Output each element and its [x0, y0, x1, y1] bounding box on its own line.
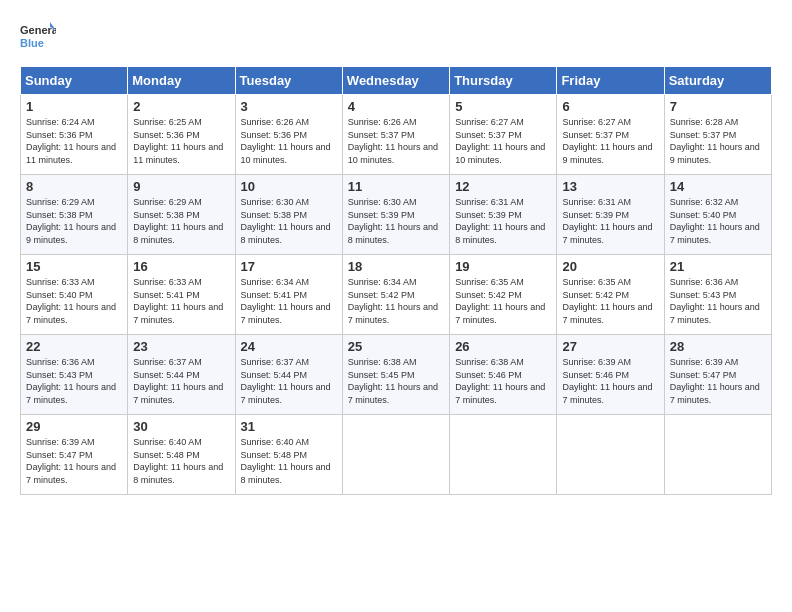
- calendar-day-header: Tuesday: [235, 67, 342, 95]
- day-number: 28: [670, 339, 766, 354]
- day-number: 7: [670, 99, 766, 114]
- calendar-header-row: SundayMondayTuesdayWednesdayThursdayFrid…: [21, 67, 772, 95]
- day-info: Sunrise: 6:39 AM Sunset: 5:47 PM Dayligh…: [26, 436, 122, 486]
- day-number: 9: [133, 179, 229, 194]
- calendar-week-row: 8 Sunrise: 6:29 AM Sunset: 5:38 PM Dayli…: [21, 175, 772, 255]
- calendar-cell: 12 Sunrise: 6:31 AM Sunset: 5:39 PM Dayl…: [450, 175, 557, 255]
- calendar-cell: 18 Sunrise: 6:34 AM Sunset: 5:42 PM Dayl…: [342, 255, 449, 335]
- calendar-cell: 19 Sunrise: 6:35 AM Sunset: 5:42 PM Dayl…: [450, 255, 557, 335]
- day-number: 1: [26, 99, 122, 114]
- calendar-cell: 15 Sunrise: 6:33 AM Sunset: 5:40 PM Dayl…: [21, 255, 128, 335]
- day-info: Sunrise: 6:37 AM Sunset: 5:44 PM Dayligh…: [241, 356, 337, 406]
- calendar-cell: 9 Sunrise: 6:29 AM Sunset: 5:38 PM Dayli…: [128, 175, 235, 255]
- calendar-cell: [664, 415, 771, 495]
- calendar-cell: 10 Sunrise: 6:30 AM Sunset: 5:38 PM Dayl…: [235, 175, 342, 255]
- calendar-day-header: Wednesday: [342, 67, 449, 95]
- day-info: Sunrise: 6:25 AM Sunset: 5:36 PM Dayligh…: [133, 116, 229, 166]
- calendar-cell: 29 Sunrise: 6:39 AM Sunset: 5:47 PM Dayl…: [21, 415, 128, 495]
- calendar-cell: [342, 415, 449, 495]
- calendar-cell: 23 Sunrise: 6:37 AM Sunset: 5:44 PM Dayl…: [128, 335, 235, 415]
- day-info: Sunrise: 6:40 AM Sunset: 5:48 PM Dayligh…: [241, 436, 337, 486]
- calendar-week-row: 1 Sunrise: 6:24 AM Sunset: 5:36 PM Dayli…: [21, 95, 772, 175]
- day-info: Sunrise: 6:35 AM Sunset: 5:42 PM Dayligh…: [455, 276, 551, 326]
- calendar-week-row: 29 Sunrise: 6:39 AM Sunset: 5:47 PM Dayl…: [21, 415, 772, 495]
- calendar-cell: 28 Sunrise: 6:39 AM Sunset: 5:47 PM Dayl…: [664, 335, 771, 415]
- day-number: 25: [348, 339, 444, 354]
- calendar-day-header: Sunday: [21, 67, 128, 95]
- day-info: Sunrise: 6:33 AM Sunset: 5:40 PM Dayligh…: [26, 276, 122, 326]
- day-info: Sunrise: 6:27 AM Sunset: 5:37 PM Dayligh…: [562, 116, 658, 166]
- day-number: 21: [670, 259, 766, 274]
- calendar-week-row: 15 Sunrise: 6:33 AM Sunset: 5:40 PM Dayl…: [21, 255, 772, 335]
- calendar-cell: 3 Sunrise: 6:26 AM Sunset: 5:36 PM Dayli…: [235, 95, 342, 175]
- calendar-cell: 17 Sunrise: 6:34 AM Sunset: 5:41 PM Dayl…: [235, 255, 342, 335]
- day-number: 10: [241, 179, 337, 194]
- day-info: Sunrise: 6:27 AM Sunset: 5:37 PM Dayligh…: [455, 116, 551, 166]
- calendar-cell: 8 Sunrise: 6:29 AM Sunset: 5:38 PM Dayli…: [21, 175, 128, 255]
- day-info: Sunrise: 6:34 AM Sunset: 5:42 PM Dayligh…: [348, 276, 444, 326]
- calendar-cell: 16 Sunrise: 6:33 AM Sunset: 5:41 PM Dayl…: [128, 255, 235, 335]
- day-number: 22: [26, 339, 122, 354]
- day-number: 18: [348, 259, 444, 274]
- calendar-cell: 7 Sunrise: 6:28 AM Sunset: 5:37 PM Dayli…: [664, 95, 771, 175]
- day-info: Sunrise: 6:33 AM Sunset: 5:41 PM Dayligh…: [133, 276, 229, 326]
- calendar-cell: 13 Sunrise: 6:31 AM Sunset: 5:39 PM Dayl…: [557, 175, 664, 255]
- day-number: 12: [455, 179, 551, 194]
- day-number: 15: [26, 259, 122, 274]
- calendar-week-row: 22 Sunrise: 6:36 AM Sunset: 5:43 PM Dayl…: [21, 335, 772, 415]
- calendar-cell: 24 Sunrise: 6:37 AM Sunset: 5:44 PM Dayl…: [235, 335, 342, 415]
- day-info: Sunrise: 6:40 AM Sunset: 5:48 PM Dayligh…: [133, 436, 229, 486]
- calendar-table: SundayMondayTuesdayWednesdayThursdayFrid…: [20, 66, 772, 495]
- day-info: Sunrise: 6:28 AM Sunset: 5:37 PM Dayligh…: [670, 116, 766, 166]
- calendar-day-header: Saturday: [664, 67, 771, 95]
- day-number: 13: [562, 179, 658, 194]
- calendar-cell: 4 Sunrise: 6:26 AM Sunset: 5:37 PM Dayli…: [342, 95, 449, 175]
- day-info: Sunrise: 6:37 AM Sunset: 5:44 PM Dayligh…: [133, 356, 229, 406]
- calendar-cell: 11 Sunrise: 6:30 AM Sunset: 5:39 PM Dayl…: [342, 175, 449, 255]
- day-info: Sunrise: 6:26 AM Sunset: 5:36 PM Dayligh…: [241, 116, 337, 166]
- day-info: Sunrise: 6:24 AM Sunset: 5:36 PM Dayligh…: [26, 116, 122, 166]
- day-number: 11: [348, 179, 444, 194]
- calendar-cell: 21 Sunrise: 6:36 AM Sunset: 5:43 PM Dayl…: [664, 255, 771, 335]
- day-info: Sunrise: 6:36 AM Sunset: 5:43 PM Dayligh…: [26, 356, 122, 406]
- calendar-cell: 30 Sunrise: 6:40 AM Sunset: 5:48 PM Dayl…: [128, 415, 235, 495]
- calendar-cell: 25 Sunrise: 6:38 AM Sunset: 5:45 PM Dayl…: [342, 335, 449, 415]
- svg-text:Blue: Blue: [20, 37, 44, 49]
- day-info: Sunrise: 6:30 AM Sunset: 5:38 PM Dayligh…: [241, 196, 337, 246]
- day-info: Sunrise: 6:31 AM Sunset: 5:39 PM Dayligh…: [455, 196, 551, 246]
- day-number: 19: [455, 259, 551, 274]
- day-number: 5: [455, 99, 551, 114]
- day-number: 4: [348, 99, 444, 114]
- calendar-day-header: Monday: [128, 67, 235, 95]
- day-number: 8: [26, 179, 122, 194]
- day-number: 26: [455, 339, 551, 354]
- day-number: 30: [133, 419, 229, 434]
- calendar-cell: 2 Sunrise: 6:25 AM Sunset: 5:36 PM Dayli…: [128, 95, 235, 175]
- calendar-day-header: Friday: [557, 67, 664, 95]
- calendar-cell: 22 Sunrise: 6:36 AM Sunset: 5:43 PM Dayl…: [21, 335, 128, 415]
- day-info: Sunrise: 6:38 AM Sunset: 5:46 PM Dayligh…: [455, 356, 551, 406]
- calendar-cell: 6 Sunrise: 6:27 AM Sunset: 5:37 PM Dayli…: [557, 95, 664, 175]
- day-info: Sunrise: 6:32 AM Sunset: 5:40 PM Dayligh…: [670, 196, 766, 246]
- calendar-cell: [450, 415, 557, 495]
- day-number: 27: [562, 339, 658, 354]
- day-info: Sunrise: 6:26 AM Sunset: 5:37 PM Dayligh…: [348, 116, 444, 166]
- day-info: Sunrise: 6:38 AM Sunset: 5:45 PM Dayligh…: [348, 356, 444, 406]
- calendar-cell: [557, 415, 664, 495]
- day-info: Sunrise: 6:36 AM Sunset: 5:43 PM Dayligh…: [670, 276, 766, 326]
- day-info: Sunrise: 6:30 AM Sunset: 5:39 PM Dayligh…: [348, 196, 444, 246]
- calendar-cell: 5 Sunrise: 6:27 AM Sunset: 5:37 PM Dayli…: [450, 95, 557, 175]
- day-info: Sunrise: 6:39 AM Sunset: 5:46 PM Dayligh…: [562, 356, 658, 406]
- day-number: 3: [241, 99, 337, 114]
- day-number: 2: [133, 99, 229, 114]
- day-number: 6: [562, 99, 658, 114]
- day-number: 31: [241, 419, 337, 434]
- calendar-cell: 14 Sunrise: 6:32 AM Sunset: 5:40 PM Dayl…: [664, 175, 771, 255]
- calendar-cell: 1 Sunrise: 6:24 AM Sunset: 5:36 PM Dayli…: [21, 95, 128, 175]
- day-number: 14: [670, 179, 766, 194]
- day-number: 17: [241, 259, 337, 274]
- day-info: Sunrise: 6:35 AM Sunset: 5:42 PM Dayligh…: [562, 276, 658, 326]
- day-number: 29: [26, 419, 122, 434]
- day-number: 24: [241, 339, 337, 354]
- page-header: General Blue: [20, 20, 772, 56]
